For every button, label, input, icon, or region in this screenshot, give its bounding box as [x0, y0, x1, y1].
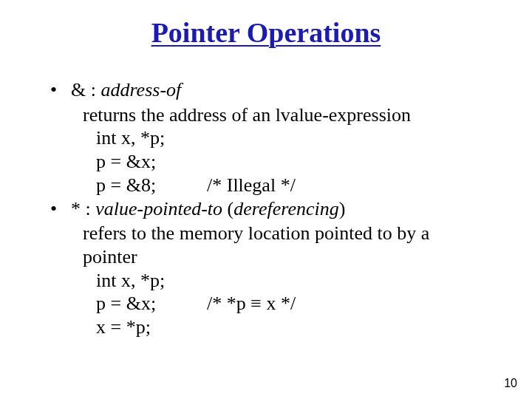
bullet-dot-icon: •	[50, 78, 57, 102]
code-text: p = &8;	[96, 174, 207, 197]
code-comment: /* *p ≡ x */	[207, 292, 296, 316]
code-line: int x, *p;	[44, 269, 488, 293]
bullet-address-of: • & : address-of	[44, 78, 488, 102]
code-comment: /* Illegal */	[207, 174, 296, 197]
bullet-dot-icon: •	[50, 197, 57, 221]
slide-title: Pointer Operations	[0, 0, 532, 49]
page-number: 10	[504, 377, 517, 390]
paren-open: (	[222, 198, 233, 219]
operator-name: address-of	[100, 79, 181, 100]
code-line: p = &x;	[44, 150, 488, 174]
code-line: p = &x; /* *p ≡ x */	[44, 292, 488, 316]
slide-body: • & : address-of returns the address of …	[0, 49, 532, 339]
code-text: p = &x;	[96, 292, 207, 316]
paren-term: dereferencing	[233, 198, 338, 219]
operator-symbol: *	[71, 198, 81, 219]
operator-symbol: &	[71, 79, 86, 100]
separator: :	[81, 198, 95, 219]
code-line: p = &8; /* Illegal */	[44, 174, 488, 197]
bullet-description: refers to the memory location pointed to…	[44, 222, 488, 268]
paren-close: )	[339, 198, 346, 219]
bullet-dereference: • * : value-pointed-to (dereferencing)	[44, 197, 488, 221]
bullet-description: returns the address of an lvalue-express…	[44, 103, 488, 127]
code-line: int x, *p;	[44, 126, 488, 150]
slide: Pointer Operations • & : address-of retu…	[0, 0, 532, 399]
operator-name: value-pointed-to	[95, 198, 222, 219]
code-line: x = *p;	[44, 316, 488, 339]
separator: :	[86, 79, 100, 100]
